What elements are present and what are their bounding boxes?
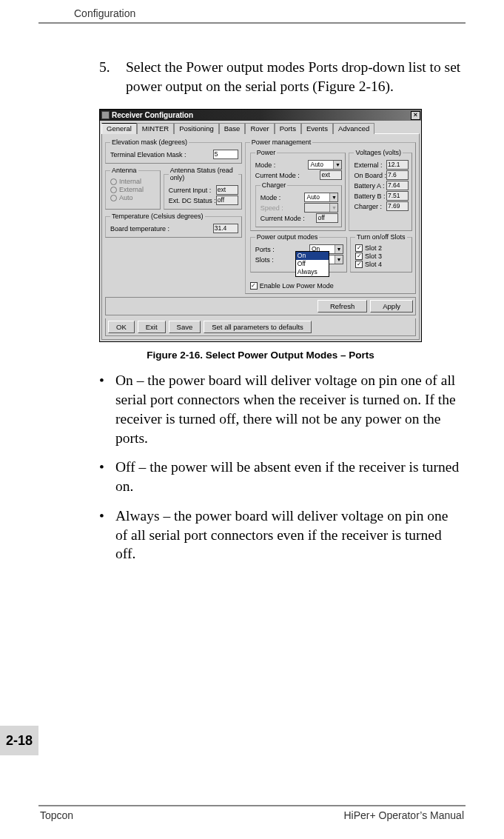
group-temperature: Temperature (Celsius degrees) Board temp…: [105, 213, 242, 238]
tab-events[interactable]: Events: [301, 123, 333, 134]
group-charger: Charger Mode : Auto▼ Speed : ▼: [255, 181, 343, 227]
bullet-text: Off – the power will be absent even if t…: [115, 458, 461, 495]
tab-positioning[interactable]: Positioning: [174, 123, 218, 134]
group-antenna-status: Antenna Status (read only) Current Input…: [164, 167, 242, 210]
voltage-label: Battery B :: [354, 193, 385, 200]
defaults-button[interactable]: Set all parameters to defaults: [204, 321, 312, 333]
apply-button[interactable]: Apply: [370, 300, 413, 312]
voltage-label: External :: [354, 161, 382, 169]
tab-rover[interactable]: Rover: [245, 123, 274, 134]
footer: Topcon HiPer+ Operator’s Manual: [38, 805, 466, 821]
group-antenna: Antenna Internal External Auto: [105, 167, 161, 210]
running-head: Configuration: [74, 7, 466, 19]
antenna-internal[interactable]: Internal: [110, 178, 157, 185]
voltage-value: 7.69: [386, 201, 409, 211]
checkbox-icon: ✓: [355, 261, 363, 268]
bullet-off: • Off – the power will be absent even if…: [99, 458, 461, 495]
bullet-dot: •: [99, 371, 115, 447]
footer-right: HiPer+ Operator’s Manual: [343, 809, 464, 821]
tab-minter[interactable]: MINTER: [137, 123, 174, 134]
step-number: 5.: [99, 58, 126, 96]
ext-dc-value: off: [216, 195, 238, 205]
ports-label: Ports :: [255, 246, 275, 253]
tab-base[interactable]: Base: [219, 123, 246, 134]
ports-dropdown-list: On Off Always: [295, 251, 329, 277]
voltage-value: 7.51: [386, 191, 409, 201]
slot3-checkbox[interactable]: ✓Slot 3: [355, 253, 409, 260]
step-5: 5. Select the Power output modes Ports d…: [99, 58, 461, 96]
chevron-down-icon: ▼: [329, 204, 337, 212]
figure-caption: Figure 2-16. Select Power Output Modes –…: [99, 350, 422, 361]
antenna-external[interactable]: External: [110, 186, 157, 193]
close-icon[interactable]: ×: [411, 111, 420, 120]
charger-current-mode-label: Current Mode :: [261, 215, 305, 222]
ports-option-always[interactable]: Always: [296, 268, 329, 276]
bullet-text: Always – the power board will deliver vo…: [115, 507, 461, 564]
power-mode-label: Mode :: [255, 161, 276, 169]
bullet-text: On – the power board will deliver voltag…: [115, 371, 461, 447]
panel-refresh-apply: Refresh Apply: [105, 297, 416, 315]
tab-ports[interactable]: Ports: [275, 123, 301, 134]
group-voltages: Voltages (volts) External :12.1 On Board…: [349, 149, 412, 231]
elevation-label: Terminal Elevation Mask :: [110, 151, 187, 158]
bullet-dot: •: [99, 507, 115, 564]
temperature-label: Board temperature :: [110, 225, 169, 233]
chevron-down-icon: ▼: [329, 193, 337, 201]
tab-advanced[interactable]: Advanced: [333, 123, 374, 134]
group-power-output-modes: Power output modes Ports : On▼ Slots : ▼: [250, 233, 347, 273]
header-rule: [38, 22, 466, 24]
bullet-dot: •: [99, 458, 115, 495]
temperature-legend: Temperature (Celsius degrees): [110, 213, 205, 220]
slots-legend: Turn on/off Slots: [355, 233, 407, 241]
charger-legend: Charger: [261, 181, 288, 189]
power-management-legend: Power management: [250, 138, 313, 146]
pom-legend: Power output modes: [255, 233, 320, 241]
voltage-value: 12.1: [386, 160, 409, 170]
save-button[interactable]: Save: [169, 321, 201, 333]
charger-mode-dropdown[interactable]: Auto▼: [304, 193, 338, 202]
current-input-value: ext: [216, 185, 238, 195]
voltages-legend: Voltages (volts): [354, 149, 403, 156]
chevron-down-icon: ▼: [335, 245, 343, 253]
voltage-label: Charger :: [354, 203, 382, 210]
refresh-button[interactable]: Refresh: [317, 300, 367, 312]
checkbox-icon: ✓: [355, 253, 363, 260]
ports-option-off[interactable]: Off: [296, 260, 329, 268]
ext-dc-label: Ext. DC Status :: [169, 197, 216, 204]
group-power: Power Mode : Auto▼ Current Mode : ext: [250, 149, 346, 231]
antenna-auto[interactable]: Auto: [110, 194, 157, 201]
voltage-label: Battery A :: [354, 182, 384, 190]
low-power-checkbox[interactable]: ✓ Enable Low Power Mode: [250, 282, 412, 290]
radio-icon: [110, 178, 117, 185]
group-power-management: Power management Power Mode : Auto▼: [245, 138, 416, 294]
charger-mode-label: Mode :: [261, 194, 281, 201]
antenna-status-legend: Antenna Status (read only): [169, 167, 238, 181]
chevron-down-icon: ▼: [335, 255, 343, 264]
tabs: General MINTER Positioning Base Rover Po…: [100, 121, 421, 133]
low-power-label: Enable Low Power Mode: [260, 282, 334, 290]
receiver-configuration-dialog: Receiver Configuration × General MINTER …: [99, 109, 422, 342]
elevation-legend: Elevation mask (degrees): [110, 138, 189, 146]
power-legend: Power: [255, 149, 278, 156]
checkbox-icon: ✓: [250, 282, 258, 290]
power-mode-dropdown[interactable]: Auto▼: [308, 160, 342, 170]
bullet-always: • Always – the power board will deliver …: [99, 507, 461, 564]
power-current-mode-value: ext: [320, 170, 342, 180]
voltage-value: 7.6: [386, 170, 409, 180]
system-icon: [101, 111, 110, 119]
figure-screenshot: Receiver Configuration × General MINTER …: [99, 109, 461, 361]
exit-button[interactable]: Exit: [138, 321, 166, 333]
slot4-checkbox[interactable]: ✓Slot 4: [355, 261, 409, 268]
slots-label: Slots :: [255, 256, 274, 264]
elevation-input[interactable]: 5: [213, 150, 238, 159]
voltage-value: 7.64: [386, 181, 409, 190]
ok-button[interactable]: OK: [108, 321, 135, 333]
voltage-label: On Board :: [354, 172, 386, 179]
ports-option-on[interactable]: On: [296, 252, 329, 260]
bullet-on: • On – the power board will deliver volt…: [99, 371, 461, 447]
tab-general[interactable]: General: [101, 123, 137, 134]
step-text: Select the Power output modes Ports drop…: [126, 58, 461, 96]
slot2-checkbox[interactable]: ✓Slot 2: [355, 244, 409, 252]
charger-speed-label: Speed :: [261, 204, 283, 212]
charger-current-mode-value: off: [316, 213, 338, 223]
